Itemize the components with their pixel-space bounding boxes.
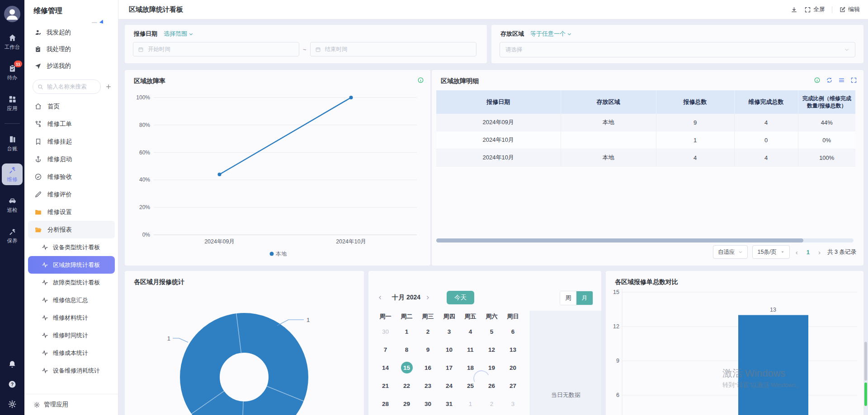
fit-mode-select[interactable]: 自适应 xyxy=(713,245,748,259)
calendar-date-cell[interactable]: 22 xyxy=(396,382,417,389)
rail-item-apps[interactable]: 应用 xyxy=(2,93,23,114)
calendar-date-cell[interactable]: 8 xyxy=(396,346,417,353)
table-row[interactable]: 2024年10月本地44100% xyxy=(436,149,855,167)
calendar-date-cell[interactable]: 19 xyxy=(481,364,502,371)
calendar-date-cell[interactable]: 30 xyxy=(375,328,396,335)
calendar-date-cell[interactable]: 1 xyxy=(396,328,417,335)
calendar-date-cell[interactable]: 27 xyxy=(502,382,524,389)
calendar-date-cell[interactable]: 14 xyxy=(375,364,396,371)
expand-icon[interactable] xyxy=(850,77,857,84)
calendar-date-cell[interactable]: 18 xyxy=(460,364,481,371)
sidebar-item-device-type-board[interactable]: 设备类型统计看板 xyxy=(28,238,115,256)
user-avatar[interactable] xyxy=(4,6,20,22)
calendar-date-cell[interactable]: 28 xyxy=(375,401,396,407)
rail-item-inspection[interactable]: 巡检 xyxy=(2,194,23,216)
page-scrollbar-marker[interactable] xyxy=(864,382,867,406)
table-column-header[interactable]: 维修完成总数 xyxy=(734,90,798,114)
start-time-input[interactable] xyxy=(147,46,294,53)
table-column-header[interactable]: 报修总数 xyxy=(656,90,734,114)
table-hscrollbar-thumb[interactable] xyxy=(436,238,803,242)
calendar-date-cell[interactable]: 30 xyxy=(417,401,439,407)
add-button[interactable] xyxy=(104,82,113,92)
calendar-date-cell[interactable]: 6 xyxy=(502,328,524,335)
month-view-toggle[interactable]: 月 xyxy=(576,291,593,305)
edit-button[interactable]: 编辑 xyxy=(839,5,860,14)
sidebar-item-area-fault-board[interactable]: 区域故障统计看板 xyxy=(28,256,115,274)
calendar-date-cell[interactable]: 1 xyxy=(460,401,481,407)
page-scrollbar-thumb[interactable] xyxy=(864,342,867,381)
calendar-date-cell[interactable]: 21 xyxy=(375,382,396,389)
calendar-date-cell[interactable]: 3 xyxy=(439,328,460,335)
search-input[interactable] xyxy=(46,83,96,90)
calendar-date-cell[interactable]: 5 xyxy=(481,328,502,335)
info-icon[interactable] xyxy=(814,77,821,84)
calendar-date-cell[interactable]: 23 xyxy=(417,382,439,389)
calendar-date-cell[interactable]: 31 xyxy=(439,401,460,407)
sidebar-collapse-indicator[interactable] xyxy=(92,21,104,24)
download-button[interactable] xyxy=(791,6,797,13)
refresh-icon[interactable] xyxy=(826,77,833,84)
calendar-date-cell[interactable]: 4 xyxy=(460,328,481,335)
calendar-date-cell[interactable]: 16 xyxy=(417,364,439,371)
notification-bell-icon[interactable] xyxy=(8,360,17,369)
table-row[interactable]: 2024年09月本地9444% xyxy=(436,114,855,131)
search-pill[interactable] xyxy=(33,79,101,94)
calendar-date-cell[interactable]: 9 xyxy=(417,346,439,353)
sidebar-item-repair-material-stats[interactable]: 维修材料统计 xyxy=(28,309,115,326)
table-row[interactable]: 2024年10月100% xyxy=(436,131,855,149)
info-icon[interactable] xyxy=(417,77,424,84)
end-time-input[interactable] xyxy=(324,46,472,53)
calendar-date-cell[interactable]: 17 xyxy=(439,364,460,371)
sidebar-item-repair-info-summary[interactable]: 维修信息汇总 xyxy=(28,291,115,309)
sidebar-item-my-initiated[interactable]: 我发起的 xyxy=(24,24,118,41)
sidebar-item-repair-start[interactable]: 维修启动 xyxy=(28,150,115,168)
calendar-date-cell[interactable]: 3 xyxy=(502,401,524,407)
fullscreen-button[interactable]: 全屏 xyxy=(804,5,825,14)
calendar-date-cell[interactable]: 24 xyxy=(439,382,460,389)
date-operator-link[interactable]: 选择范围 xyxy=(164,30,193,38)
calendar-prev-button[interactable] xyxy=(377,295,387,300)
rail-item-todo[interactable]: 11 待办 xyxy=(2,62,23,84)
calendar-date-cell[interactable]: 2 xyxy=(481,401,502,407)
sidebar-item-repair-acceptance[interactable]: 维修验收 xyxy=(28,168,115,186)
next-page-button[interactable]: › xyxy=(817,248,822,256)
table-column-header[interactable]: 报修日期 xyxy=(436,90,561,114)
sidebar-item-fault-type-board[interactable]: 故障类型统计看板 xyxy=(28,274,115,291)
sidebar-item-repair-review[interactable]: 维修评价 xyxy=(28,186,115,203)
sidebar-item-cc-to-me[interactable]: 抄送我的 xyxy=(24,57,118,74)
sidebar-item-device-repair-consumption[interactable]: 设备维修消耗统计 xyxy=(28,362,115,379)
rail-item-ledger[interactable]: 台账 xyxy=(2,133,23,154)
table-column-header[interactable]: 存放区域 xyxy=(561,90,656,114)
help-icon[interactable]: ? xyxy=(8,380,17,389)
rail-item-workbench[interactable]: 工作台 xyxy=(2,31,23,53)
calendar-date-cell[interactable]: 7 xyxy=(375,346,396,353)
calendar-date-cell[interactable]: 15 xyxy=(396,362,417,373)
rail-item-maintenance[interactable]: 保养 xyxy=(2,225,23,247)
prev-page-button[interactable]: ‹ xyxy=(794,248,799,256)
sidebar-item-work-orders[interactable]: 维修工单 xyxy=(28,115,115,133)
sidebar-item-repair-time-stats[interactable]: 维修时间统计 xyxy=(28,326,115,344)
calendar-date-cell[interactable]: 13 xyxy=(502,346,524,353)
sidebar-item-analysis-reports[interactable]: 分析报表 xyxy=(28,221,115,238)
page-size-select[interactable]: 15条/页 xyxy=(752,245,789,259)
calendar-date-cell[interactable]: 10 xyxy=(439,346,460,353)
list-view-icon[interactable] xyxy=(838,77,845,84)
settings-gear-icon[interactable] xyxy=(8,400,17,409)
area-operator-link[interactable]: 等于任意一个 xyxy=(530,30,572,38)
sidebar-item-repair-hold[interactable]: 维修挂起 xyxy=(28,133,115,150)
calendar-date-cell[interactable]: 29 xyxy=(396,401,417,407)
calendar-date-cell[interactable]: 12 xyxy=(481,346,502,353)
table-column-header[interactable]: 完成比例（维修完成数量/报修总数） xyxy=(798,90,855,114)
area-select[interactable]: 请选择 xyxy=(500,42,855,57)
calendar-date-cell[interactable]: 20 xyxy=(502,364,524,371)
sidebar-item-repair-settings[interactable]: 维修设置 xyxy=(28,203,115,221)
sidebar-item-manage-apps[interactable]: 管理应用 xyxy=(24,394,118,415)
today-button[interactable]: 今天 xyxy=(447,291,474,304)
start-time-field[interactable] xyxy=(133,42,299,56)
calendar-date-cell[interactable]: 11 xyxy=(460,346,481,353)
sidebar-item-my-processed[interactable]: 我处理的 xyxy=(24,41,118,57)
end-time-field[interactable] xyxy=(310,42,476,56)
sidebar-item-home[interactable]: 首页 xyxy=(28,98,115,115)
week-view-toggle[interactable]: 周 xyxy=(560,291,576,305)
calendar-next-button[interactable] xyxy=(425,295,435,300)
